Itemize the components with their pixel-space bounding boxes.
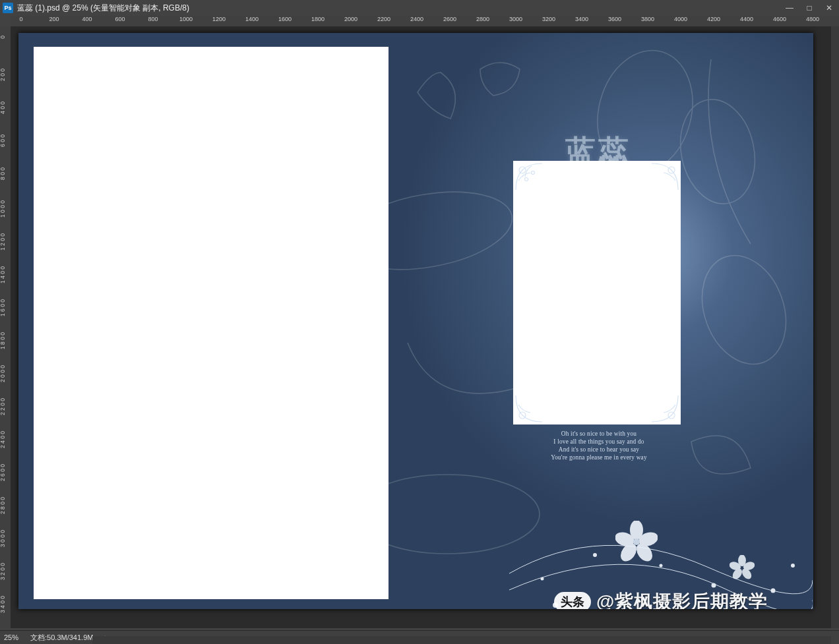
ruler-h-tick: 2000 — [344, 16, 357, 22]
ruler-v-tick: 3 0 0 0 — [0, 530, 11, 547]
svg-point-30 — [771, 589, 776, 593]
ruler-h-tick: 2800 — [476, 16, 489, 22]
svg-point-25 — [712, 583, 716, 588]
ruler-v-tick: 1 4 0 0 — [0, 266, 11, 283]
ruler-h-tick: 1800 — [311, 16, 325, 22]
frame-corner-icon — [649, 393, 681, 424]
ruler-h-tick: 4800 — [806, 16, 819, 22]
title-bar: Ps 蓝蕊 (1).psd @ 25% (矢量智能对象 副本, RGB/8) —… — [0, 0, 839, 16]
app-badge-ps-icon: Ps — [3, 3, 13, 13]
ruler-horizontal[interactable]: 0200400600800100012001400160018002000220… — [11, 16, 839, 27]
ruler-v-tick: 1 8 0 0 — [0, 332, 11, 349]
ruler-h-tick: 3400 — [575, 16, 588, 22]
ruler-v-tick: 2 0 0 0 — [0, 365, 11, 382]
ruler-v-tick: 2 2 0 0 — [0, 398, 11, 415]
ruler-h-tick: 1200 — [212, 16, 226, 22]
close-button[interactable]: ✕ — [819, 1, 839, 15]
ruler-v-tick: 6 0 0 — [0, 134, 11, 147]
ruler-v-tick: 1 2 0 0 — [0, 233, 11, 250]
svg-point-23 — [593, 553, 597, 557]
ruler-v-tick: 2 8 0 0 — [0, 497, 11, 514]
watermark-handle: @紫枫摄影后期教学 — [596, 589, 768, 609]
ruler-h-tick: 2200 — [377, 16, 390, 22]
ruler-h-tick: 2400 — [410, 16, 423, 22]
ruler-h-tick: 4000 — [674, 16, 687, 22]
ruler-v-tick: 2 6 0 0 — [0, 464, 11, 481]
watermark: 头条 @紫枫摄影后期教学 — [554, 589, 768, 609]
photo-placeholder-large[interactable] — [34, 47, 388, 599]
ruler-v-tick: 2 4 0 0 — [0, 431, 11, 448]
svg-point-7 — [525, 178, 528, 181]
scrollbar-vertical[interactable] — [831, 26, 839, 628]
ruler-h-tick: 4400 — [740, 16, 753, 22]
ruler-h-tick: 3000 — [509, 16, 522, 22]
ruler-h-tick: 200 — [49, 16, 59, 22]
ruler-h-tick: 1000 — [179, 16, 193, 22]
ruler-h-tick: 3800 — [641, 16, 654, 22]
document-size: 文档:50.3M/341.9M — [30, 633, 93, 643]
svg-point-22 — [541, 577, 544, 581]
ruler-vertical[interactable]: 02 0 04 0 06 0 08 0 01 0 0 01 2 0 01 4 0… — [0, 26, 11, 628]
ruler-h-tick: 3600 — [608, 16, 621, 22]
svg-point-6 — [532, 171, 535, 175]
ruler-h-tick: 1600 — [278, 16, 292, 22]
document-artwork[interactable]: 蓝蕊 — [18, 33, 813, 609]
canvas-viewport[interactable]: 蓝蕊 — [11, 26, 839, 628]
frame-corner-icon — [649, 161, 681, 192]
svg-point-1 — [671, 92, 764, 210]
status-bar: 25% 文档:50.3M/341.9M ▶ — [0, 630, 839, 644]
ruler-h-tick: 800 — [148, 16, 158, 22]
document-title: 蓝蕊 (1).psd @ 25% (矢量智能对象 副本, RGB/8) — [17, 3, 189, 14]
ruler-h-tick: 0 — [19, 16, 22, 22]
frame-corner-icon — [513, 161, 545, 192]
ruler-h-tick: 400 — [82, 16, 92, 22]
scrollbar-horizontal[interactable] — [92, 636, 831, 644]
ruler-v-tick: 1 6 0 0 — [0, 299, 11, 316]
frame-corner-icon — [513, 393, 545, 424]
ruler-v-tick: 2 0 0 — [0, 69, 11, 81]
ruler-h-tick: 4600 — [773, 16, 786, 22]
window-controls: — □ ✕ — [780, 1, 839, 15]
poem-text: Oh it's so nice to be with you I love al… — [480, 430, 718, 461]
ruler-h-tick: 600 — [115, 16, 125, 22]
svg-point-2 — [688, 244, 801, 376]
ruler-v-tick: 1 0 0 0 — [0, 200, 11, 218]
watermark-badge: 头条 — [554, 592, 591, 609]
ruler-h-tick: 2600 — [443, 16, 456, 22]
ruler-h-tick: 1400 — [245, 16, 259, 22]
ruler-v-tick: 3 4 0 0 — [0, 596, 11, 613]
ruler-v-tick: 0 — [0, 36, 11, 39]
ruler-v-tick: 3 2 0 0 — [0, 563, 11, 580]
ruler-h-tick: 3200 — [542, 16, 555, 22]
photo-placeholder-framed[interactable] — [513, 161, 681, 424]
svg-point-24 — [660, 564, 663, 568]
ruler-v-tick: 8 0 0 — [0, 167, 11, 180]
ruler-v-tick: 4 0 0 — [0, 102, 11, 114]
minimize-button[interactable]: — — [780, 1, 799, 15]
svg-point-29 — [791, 564, 795, 568]
ruler-h-tick: 4200 — [707, 16, 720, 22]
maximize-button[interactable]: □ — [799, 1, 819, 15]
zoom-level[interactable]: 25% — [4, 633, 18, 641]
